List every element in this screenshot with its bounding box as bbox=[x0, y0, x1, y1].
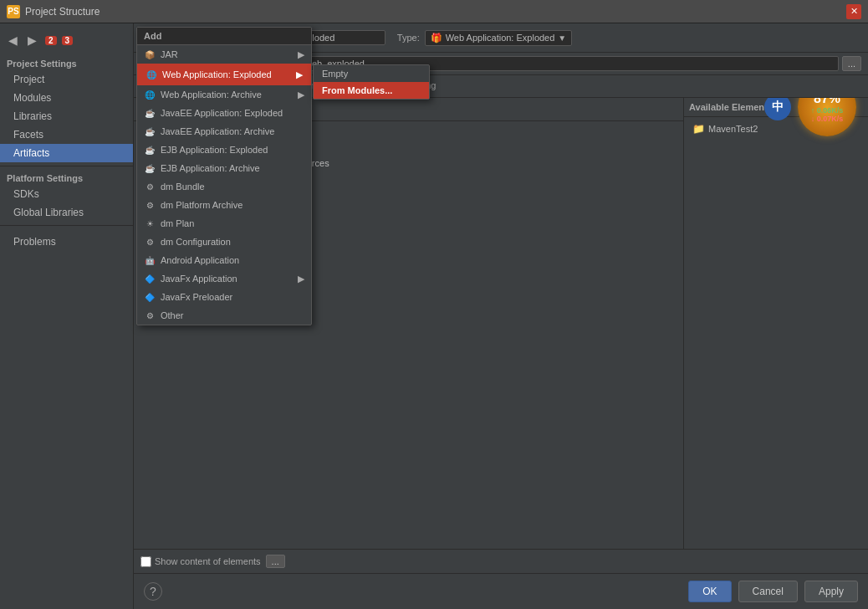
ejb-archive-label: EJB Application: Archive bbox=[161, 163, 260, 173]
network-up: ↑ 0.06K/s bbox=[811, 106, 844, 115]
type-icon: 🎁 bbox=[431, 33, 442, 44]
sidebar-item-modules[interactable]: Modules bbox=[0, 89, 133, 107]
ejb-exploded-icon: ☕ bbox=[144, 144, 156, 156]
apply-button[interactable]: Apply bbox=[804, 581, 858, 602]
javafx-icon: 🔷 bbox=[144, 273, 156, 284]
available-header: Available Elements ? 中 + 87% ↑ 0.06K/s ↓… bbox=[684, 98, 868, 117]
context-menu: Add 📦 JAR ▶ 🌐 Web Application: Exploded … bbox=[136, 27, 312, 325]
cancel-button[interactable]: Cancel bbox=[738, 581, 798, 602]
javaee-archive-icon: ☕ bbox=[144, 125, 156, 137]
browse-path-button[interactable]: ... bbox=[842, 56, 861, 71]
maven-test2-label: MavenTest2 bbox=[708, 124, 758, 134]
sidebar-toolbar: ◀ ▶ 2 3 bbox=[0, 28, 133, 52]
type-selector[interactable]: 🎁 Web Application: Exploded ▼ bbox=[425, 30, 573, 46]
dm-bundle-label: dm Bundle bbox=[161, 182, 205, 192]
sidebar-bottom: Problems bbox=[0, 233, 133, 251]
dm-config-label: dm Configuration bbox=[161, 237, 231, 247]
sidebar-item-problems[interactable]: Problems bbox=[0, 233, 133, 251]
web-exploded-arrow: ▶ bbox=[296, 69, 303, 80]
type-value-text: Web Application: Exploded bbox=[446, 33, 555, 43]
dm-platform-label: dm Platform Archive bbox=[161, 200, 243, 210]
sidebar-divider bbox=[0, 166, 133, 166]
show-content-label: Show content of elements bbox=[155, 556, 261, 566]
context-menu-header: Add bbox=[137, 28, 311, 45]
type-dropdown-arrow: ▼ bbox=[558, 33, 566, 43]
menu-item-jar[interactable]: 📦 JAR ▶ bbox=[137, 45, 311, 64]
sidebar-item-artifacts[interactable]: Artifacts bbox=[0, 144, 133, 162]
close-button[interactable]: ✕ bbox=[846, 4, 861, 19]
menu-item-dm-config[interactable]: ⚙ dm Configuration bbox=[137, 233, 311, 251]
available-elements-title: Available Elements bbox=[689, 102, 773, 112]
menu-item-android[interactable]: 🤖 Android Application bbox=[137, 251, 311, 269]
badge-2: 2 bbox=[45, 36, 57, 45]
help-button[interactable]: ? bbox=[144, 582, 162, 601]
menu-item-web-app-archive[interactable]: 🌐 Web Application: Archive ▶ bbox=[137, 85, 311, 104]
javafx-preloader-label: JavaFx Preloader bbox=[161, 292, 232, 302]
ejb-archive-icon: ☕ bbox=[144, 162, 156, 174]
menu-item-javaee-archive[interactable]: ☕ JavaEE Application: Archive bbox=[137, 122, 311, 141]
menu-item-javafx[interactable]: 🔷 JavaFx Application ▶ bbox=[137, 269, 311, 288]
menu-item-dm-bundle[interactable]: ⚙ dm Bundle bbox=[137, 177, 311, 196]
output-right-panel: Available Elements ? 中 + 87% ↑ 0.06K/s ↓… bbox=[684, 98, 868, 549]
menu-item-javafx-preloader[interactable]: 🔷 JavaFx Preloader bbox=[137, 288, 311, 306]
web-exploded-icon: 🌐 bbox=[146, 69, 157, 80]
menu-item-ejb-exploded[interactable]: ☕ EJB Application: Exploded bbox=[137, 141, 311, 159]
menu-item-javaee-exploded[interactable]: ☕ JavaEE Application: Exploded bbox=[137, 104, 311, 122]
sidebar: ◀ ▶ 2 3 Project Settings Project Modules… bbox=[0, 23, 134, 609]
web-archive-icon: 🌐 bbox=[144, 89, 156, 100]
ellipsis-button[interactable]: ... bbox=[266, 555, 285, 568]
sidebar-item-sdks[interactable]: SDKs bbox=[0, 185, 133, 203]
dialog-buttons: ? OK Cancel Apply bbox=[134, 573, 868, 609]
javafx-label: JavaFx Application bbox=[161, 274, 237, 284]
sidebar-item-global-libraries[interactable]: Global Libraries bbox=[0, 203, 133, 222]
other-label: Other bbox=[161, 310, 184, 320]
dm-platform-icon: ⚙ bbox=[144, 199, 156, 211]
dm-plan-label: dm Plan bbox=[161, 218, 194, 228]
sub-menu-item-from-modules[interactable]: From Modules... bbox=[314, 82, 429, 99]
web-exploded-label: Web Application: Exploded bbox=[162, 69, 272, 79]
sidebar-item-libraries[interactable]: Libraries bbox=[0, 107, 133, 125]
jar-label: JAR bbox=[161, 49, 178, 59]
android-label: Android Application bbox=[161, 255, 239, 265]
javaee-exploded-label: JavaEE Application: Exploded bbox=[161, 108, 283, 118]
dm-config-icon: ⚙ bbox=[144, 236, 156, 248]
sidebar-divider-2 bbox=[0, 225, 133, 226]
network-percent: 87% bbox=[814, 98, 840, 106]
menu-item-dm-plan[interactable]: ☀ dm Plan bbox=[137, 214, 311, 233]
network-down: ↓ 0.07K/s bbox=[811, 115, 844, 123]
show-content-checkbox-row: Show content of elements bbox=[140, 556, 261, 567]
other-icon: ⚙ bbox=[144, 310, 156, 321]
sub-menu: Empty From Modules... bbox=[313, 64, 430, 100]
sidebar-item-project[interactable]: Project bbox=[0, 70, 133, 89]
ejb-exploded-label: EJB Application: Exploded bbox=[161, 145, 268, 155]
nav-back-button[interactable]: ◀ bbox=[5, 32, 21, 49]
dm-bundle-icon: ⚙ bbox=[144, 181, 156, 192]
ok-button[interactable]: OK bbox=[688, 581, 731, 602]
main-container: ◀ ▶ 2 3 Project Settings Project Modules… bbox=[0, 23, 868, 609]
javafx-preloader-icon: 🔷 bbox=[144, 291, 156, 303]
window-title: Project Structure bbox=[25, 6, 100, 18]
nav-forward-button[interactable]: ▶ bbox=[24, 32, 40, 49]
javafx-arrow: ▶ bbox=[298, 274, 304, 284]
sub-menu-item-empty[interactable]: Empty bbox=[314, 65, 429, 82]
javaee-exploded-icon: ☕ bbox=[144, 107, 156, 119]
folder-icon: 📁 bbox=[692, 123, 705, 135]
jar-icon: 📦 bbox=[144, 49, 156, 60]
available-tree: 📁 MavenTest2 bbox=[684, 117, 868, 549]
web-archive-label: Web Application: Archive bbox=[161, 90, 262, 100]
menu-item-other[interactable]: ⚙ Other bbox=[137, 306, 311, 325]
bottom-bar: Show content of elements ... bbox=[134, 549, 868, 573]
javaee-archive-label: JavaEE Application: Archive bbox=[161, 126, 274, 136]
web-archive-arrow: ▶ bbox=[298, 90, 304, 100]
title-bar: PS Project Structure ✕ bbox=[0, 0, 868, 23]
menu-item-web-app-exploded[interactable]: 🌐 Web Application: Exploded ▶ bbox=[137, 64, 311, 85]
jar-arrow: ▶ bbox=[298, 49, 304, 60]
menu-item-dm-platform[interactable]: ⚙ dm Platform Archive bbox=[137, 196, 311, 214]
show-content-checkbox[interactable] bbox=[140, 556, 151, 567]
app-icon: PS bbox=[7, 5, 20, 18]
menu-item-ejb-archive[interactable]: ☕ EJB Application: Archive bbox=[137, 159, 311, 177]
sidebar-section-platform: Platform Settings bbox=[0, 170, 133, 185]
sidebar-section-project: Project Settings bbox=[0, 55, 133, 70]
type-label: Type: bbox=[397, 33, 420, 43]
sidebar-item-facets[interactable]: Facets bbox=[0, 125, 133, 144]
